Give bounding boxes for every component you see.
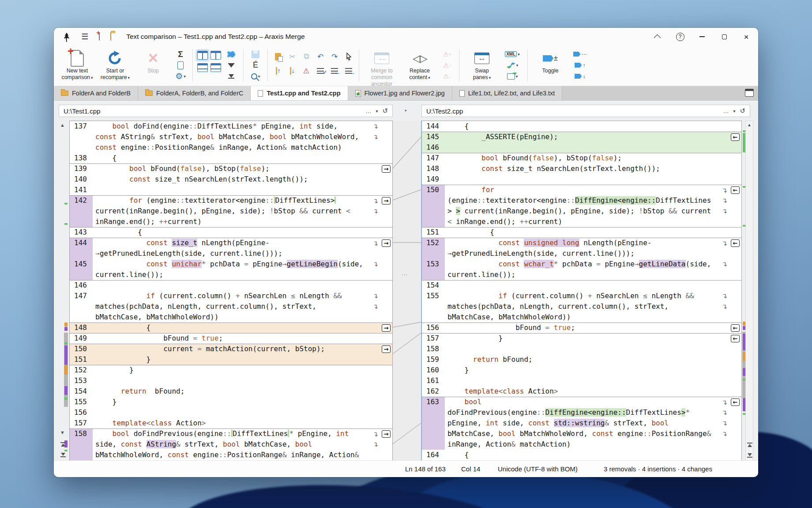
- code-text[interactable]: {: [93, 153, 392, 163]
- change-marker[interactable]: [64, 450, 68, 451]
- sync-links-icon[interactable]: ▾: [507, 61, 519, 70]
- redo-icon[interactable]: ↷: [328, 50, 341, 63]
- tab-flower1-jpg-and-flower2-jpg[interactable]: Flower1.jpg and Flower2.jpg: [348, 86, 452, 100]
- code-text[interactable]: [445, 281, 741, 291]
- code-text[interactable]: [93, 375, 392, 386]
- left-file-path[interactable]: U:\Test1.cpp: [64, 107, 100, 115]
- code-text[interactable]: pEngine, int side, const std::wstring& s…: [445, 418, 741, 428]
- first-change-icon[interactable]: [747, 443, 752, 447]
- unindent-lines-icon[interactable]: ←: [328, 64, 341, 77]
- merge-right-button[interactable]: →: [382, 165, 391, 173]
- previous-conflict-icon[interactable]: ⚠↑: [443, 61, 451, 70]
- code-text[interactable]: return bFound;: [93, 386, 392, 397]
- next-bookmark-icon[interactable]: ↓: [575, 72, 586, 81]
- code-text[interactable]: const unichar* pchData = pEngine→getLine…: [93, 259, 392, 269]
- new-comparison-icon[interactable]: +: [99, 33, 100, 41]
- code-text[interactable]: const size_t nSearchLen(strText.length()…: [445, 163, 741, 174]
- merge-common-ancestor-button[interactable]: →← Merge tocommon ancestor: [363, 48, 401, 87]
- merge-right-button[interactable]: →: [382, 324, 391, 332]
- layout-two-vertical-button[interactable]: [197, 51, 208, 60]
- search-icon[interactable]: ▾: [251, 72, 260, 81]
- code-text[interactable]: [445, 174, 741, 185]
- right-file-path[interactable]: U:\Test2.cpp: [426, 107, 463, 115]
- window-list-icon[interactable]: [745, 89, 754, 97]
- code-text[interactable]: const AString& strText, bool bMatchCase,…: [93, 132, 392, 142]
- code-text[interactable]: current.line());: [93, 269, 392, 280]
- merge-right-button[interactable]: →: [382, 197, 391, 205]
- merge-left-button[interactable]: ←: [731, 133, 740, 141]
- change-marker[interactable]: [64, 345, 68, 365]
- undo-icon[interactable]: ↶: [314, 50, 327, 63]
- close-button[interactable]: ×: [741, 31, 752, 42]
- tab-foldera-folderb-and-folderc[interactable]: FolderA, FolderB, and FolderC: [138, 86, 251, 100]
- last-change-icon[interactable]: [747, 453, 752, 458]
- code-text[interactable]: {: [93, 323, 392, 333]
- code-text[interactable]: [93, 185, 392, 195]
- right-file-header[interactable]: U:\Test2.cpp … ▾ ↺: [421, 105, 750, 117]
- merge-left-button[interactable]: ←: [731, 398, 740, 406]
- previous-change-button[interactable]: ↑: [271, 64, 285, 77]
- merge-left-button[interactable]: ←: [731, 335, 740, 342]
- code-text[interactable]: bMatchCase, bMatchWholeWord)): [445, 312, 741, 322]
- code-text[interactable]: < inRange.end(); ++current): [445, 216, 741, 227]
- left-code-pane[interactable]: 137 bool doFind(engine::DiffTextLines* p…: [69, 121, 393, 461]
- code-text[interactable]: [445, 375, 741, 386]
- statistics-icon[interactable]: Σ: [178, 49, 183, 59]
- stop-button[interactable]: ✕ Stop: [134, 48, 172, 74]
- replace-content-button[interactable]: ◁▷ Replacecontent▾: [401, 48, 439, 81]
- next-change-button[interactable]: ↓: [286, 64, 299, 77]
- code-text[interactable]: [445, 142, 741, 153]
- bookmark-list-icon[interactable]: ⋯: [573, 49, 587, 59]
- change-marker[interactable]: [64, 327, 68, 331]
- left-header-menu-icon[interactable]: …: [365, 108, 371, 114]
- menu-icon[interactable]: ☰: [81, 32, 88, 42]
- pointer-icon[interactable]: [342, 50, 355, 63]
- new-text-comparison-button[interactable]: + New textcomparison▾: [58, 48, 96, 81]
- code-text[interactable]: > > current(inRange.begin(), pEngine, si…: [445, 206, 741, 216]
- code-text[interactable]: }: [445, 365, 741, 375]
- change-marker[interactable]: [64, 322, 68, 326]
- code-text[interactable]: for (engine::textiterator<engine::DiffTe…: [93, 196, 392, 206]
- scrollbar-up-icon[interactable]: ▲: [747, 122, 752, 127]
- code-text[interactable]: bool doFindPrevious(engine::DiffTextLine…: [93, 429, 392, 439]
- layout-three-vertical-button[interactable]: [211, 51, 221, 60]
- code-text[interactable]: bFound = true;: [93, 334, 392, 344]
- left-header-history-icon[interactable]: ↺: [382, 107, 388, 115]
- xml-view-button[interactable]: XML▾: [505, 49, 520, 59]
- change-marker[interactable]: [64, 223, 68, 225]
- code-text[interactable]: [445, 344, 741, 354]
- paste-icon[interactable]: [271, 50, 285, 63]
- tab-foldera-and-folderb[interactable]: FolderA and FolderB: [54, 86, 138, 100]
- layout-three-horizontal-button[interactable]: [211, 63, 221, 72]
- encoding-icon[interactable]: É: [253, 61, 258, 70]
- settings-icon[interactable]: ⚙▾: [175, 72, 186, 81]
- swap-panes-button[interactable]: ↔ Swappanes▾: [463, 48, 501, 81]
- code-text[interactable]: matches(pchData, nLength, current.column…: [93, 301, 392, 312]
- right-header-menu-icon[interactable]: …: [723, 108, 729, 114]
- code-text[interactable]: if (current.column() + nSearchLen ≤ nLen…: [93, 291, 392, 301]
- cut-icon[interactable]: ✂: [286, 50, 299, 63]
- change-marker[interactable]: [64, 365, 68, 375]
- open-folder-icon[interactable]: [110, 33, 111, 41]
- code-text[interactable]: const unsigned long nLength(pEngine-: [445, 238, 741, 248]
- code-text[interactable]: bool: [445, 397, 741, 407]
- next-conflict-icon[interactable]: ⚠: [300, 64, 313, 77]
- code-text[interactable]: bool bFound(false), bStop(false);: [445, 153, 741, 163]
- change-marker[interactable]: [64, 203, 68, 205]
- code-text[interactable]: doFindPrevious(engine::DiffEngine<engine…: [445, 407, 741, 418]
- copy-icon[interactable]: ⧉: [300, 50, 313, 63]
- code-text[interactable]: bMatchCase, bMatchWholeWord)): [93, 312, 392, 322]
- indent-lines-icon[interactable]: →: [342, 64, 355, 77]
- merge-right-button[interactable]: →: [382, 239, 391, 247]
- code-text[interactable]: return bFound;: [445, 354, 741, 365]
- code-text[interactable]: current(inRange.begin(), pEngine, side);…: [93, 206, 392, 216]
- merge-left-button[interactable]: ←: [731, 324, 740, 332]
- first-change-icon[interactable]: [60, 442, 66, 447]
- tab-life1-txt-life2-txt-and-life3-txt[interactable]: Life1.txt, Life2.txt, and Life3.txt: [452, 86, 563, 100]
- code-text[interactable]: }: [93, 397, 392, 407]
- code-text[interactable]: template<class Action>: [93, 418, 392, 428]
- merge-left-button[interactable]: ←: [731, 239, 740, 247]
- code-text[interactable]: bFound = true;: [445, 323, 741, 333]
- minimize-button[interactable]: [696, 31, 708, 42]
- next-conflict-icon[interactable]: ⚠↓: [443, 72, 451, 81]
